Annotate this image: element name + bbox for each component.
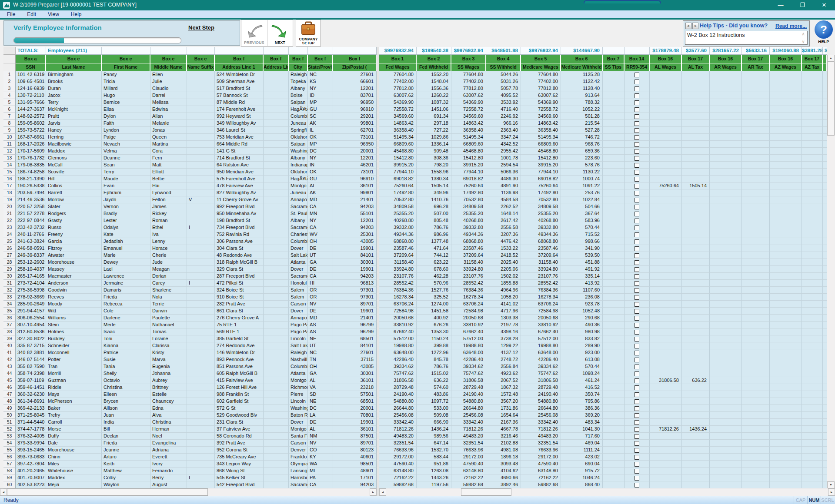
cell-addr1[interactable]: 415 Fairview Ave (215, 377, 264, 384)
cell-suffix[interactable] (187, 384, 215, 391)
cell-addr1[interactable]: 329 Clara St (215, 266, 264, 273)
cell-state[interactable]: MD (308, 196, 333, 203)
row-number[interactable]: 10 (3, 134, 16, 141)
cell-last[interactable]: Chinn (46, 454, 102, 461)
cell-azw[interactable] (770, 322, 802, 328)
cell-addr2[interactable] (264, 189, 289, 196)
cell-box3[interactable]: 29172.00 (451, 454, 486, 461)
cell-box4[interactable]: 966.16 (486, 120, 521, 127)
cell-box5[interactable]: 39334.62 (521, 363, 561, 370)
cell-box4[interactable]: 1867.32 (486, 384, 521, 391)
cell-ssn[interactable]: 393-15-2465 (16, 447, 46, 454)
cell-arw[interactable] (710, 210, 742, 217)
cell-art[interactable] (742, 391, 770, 398)
row-number[interactable]: 48 (3, 398, 16, 405)
cell-addr2[interactable] (264, 412, 289, 419)
cell-box5[interactable]: 77604.80 (521, 71, 561, 78)
cell-ssn[interactable]: 131-95-7666 (16, 99, 46, 106)
cell-box4[interactable]: 1648.14 (486, 210, 521, 217)
cell-first[interactable]: Ephraim (102, 189, 150, 196)
cell-box1[interactable]: 26644.80 (379, 405, 417, 412)
cell-addr1[interactable]: 58 Coronado Rd (215, 433, 264, 440)
cell-alt[interactable] (682, 196, 710, 203)
menu-view[interactable]: View (48, 11, 59, 17)
cell-azw[interactable] (770, 141, 802, 148)
cell-middle[interactable]: Cherie (150, 252, 187, 259)
cell-alw[interactable] (650, 301, 682, 308)
cell-state[interactable]: MI (308, 468, 333, 474)
cell-middle[interactable]: Noel (150, 433, 187, 440)
cell-tips[interactable] (603, 370, 625, 377)
cell-box3[interactable]: 71812.26 (451, 426, 486, 433)
cell-box5[interactable]: 17492.80 (521, 189, 561, 196)
cell-first[interactable]: Sean (102, 162, 150, 169)
cell-box6[interactable]: 1052.48 (561, 308, 603, 315)
cell-last[interactable]: Jacox (46, 92, 102, 99)
cell-first[interactable]: Vernon (102, 203, 150, 210)
cell-city[interactable]: Oklahor (289, 134, 308, 141)
cell-azt[interactable] (802, 231, 823, 238)
cell-arw[interactable] (710, 266, 742, 273)
cell-addr2[interactable] (264, 377, 289, 384)
cell-box6[interactable]: 501.28 (561, 113, 603, 120)
cell-addr2[interactable] (264, 349, 289, 356)
cell-last[interactable]: Morrow (46, 196, 102, 203)
box14-checkbox[interactable] (635, 351, 639, 355)
cell-box4[interactable]: 2167.36 (486, 419, 521, 426)
cell-alw[interactable] (650, 419, 682, 426)
box-header-box14[interactable]: Box 14 (625, 55, 650, 63)
cell-addr2[interactable] (264, 328, 289, 335)
cell-city[interactable]: Pierre (289, 391, 308, 398)
field-header-middle[interactable]: Middle Name (150, 63, 187, 71)
cell-alw[interactable] (650, 287, 682, 294)
cell-azw[interactable] (770, 210, 802, 217)
cell-box1[interactable]: 51495.34 (379, 134, 417, 141)
cell-box3[interactable]: 28729.48 (451, 384, 486, 391)
cell-box5[interactable]: 63648.00 (521, 349, 561, 356)
cell-middle[interactable]: Brittney (150, 384, 187, 391)
box-header-tips[interactable]: Box 7 (603, 55, 625, 63)
cell-box6[interactable]: 253.76 (561, 189, 603, 196)
cell-state[interactable]: KS (308, 78, 333, 85)
cell-box5[interactable]: 67662.40 (521, 328, 561, 335)
cell-middle[interactable]: Ethel (150, 224, 187, 231)
cell-box5[interactable]: 42286.40 (521, 356, 561, 363)
cell-art[interactable] (742, 287, 770, 294)
cell-addr1[interactable]: 48 Redondo Ave (215, 252, 264, 259)
cell-box1[interactable]: 63648.00 (379, 349, 417, 356)
cell-azt[interactable] (802, 356, 823, 363)
cell-last[interactable]: Collins (46, 182, 102, 189)
cell-alt[interactable] (682, 405, 710, 412)
cell-azt[interactable] (802, 308, 823, 315)
cell-state[interactable]: NY (308, 217, 333, 224)
row-number[interactable]: 39 (3, 335, 16, 342)
cell-alw[interactable] (650, 155, 682, 162)
cell-city[interactable]: Sacrame (289, 273, 308, 280)
cell-box14[interactable] (625, 203, 650, 210)
row-number[interactable]: 18 (3, 189, 16, 196)
cell-box4[interactable]: 4690.66 (486, 474, 521, 481)
cell-box5[interactable]: 25456.08 (521, 412, 561, 419)
cell-addr2[interactable] (264, 447, 289, 454)
cell-alw[interactable] (650, 433, 682, 440)
row-number[interactable]: 27 (3, 252, 16, 259)
cell-arw[interactable] (710, 377, 742, 384)
cell-box3[interactable]: 49483.20 (451, 433, 486, 440)
cell-zip[interactable]: 80123 (333, 447, 377, 454)
cell-tips[interactable] (603, 335, 625, 342)
cell-box14[interactable] (625, 433, 650, 440)
cell-state[interactable]: OH (308, 363, 333, 370)
cell-middle[interactable]: Martina (150, 141, 187, 148)
cell-zip[interactable]: 27601 (333, 349, 377, 356)
cell-addr2[interactable] (264, 210, 289, 217)
cell-arw[interactable] (710, 217, 742, 224)
cell-box4[interactable]: 1303.38 (486, 315, 521, 322)
row-number[interactable]: 30 (3, 273, 16, 280)
chevron-up-icon[interactable]: ∧ (802, 32, 805, 36)
cell-suffix[interactable] (187, 363, 215, 370)
cell-alw[interactable] (650, 363, 682, 370)
cell-azw[interactable] (770, 377, 802, 384)
cell-alt[interactable] (682, 259, 710, 266)
cell-azw[interactable] (770, 134, 802, 141)
cell-azt[interactable] (802, 245, 823, 252)
